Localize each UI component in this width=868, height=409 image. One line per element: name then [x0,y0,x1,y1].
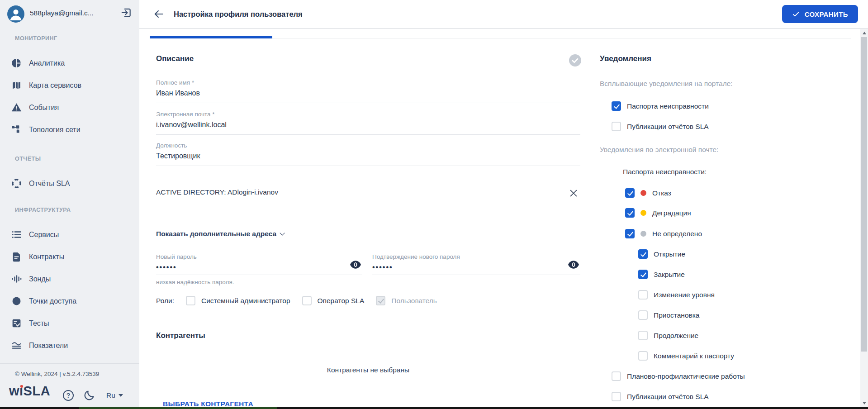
sidebar-item-events[interactable]: События [0,96,139,119]
scroll-up-arrow[interactable] [860,29,868,37]
checkbox-label: Публикации отчётов SLA [627,393,709,401]
full-name-value[interactable]: Иван Иванов [156,89,580,98]
role-checkbox[interactable] [302,296,312,305]
email-notifications-label: Уведомления по электронной почте: [600,146,718,154]
event-row-continue: Продолжение [638,331,698,340]
role-option-user: Пользователь [376,296,437,305]
document-icon [10,251,22,263]
checkbox-label: Деградация [652,209,691,217]
dark-mode-moon-icon[interactable] [83,389,95,401]
screen-bottom-edge [0,407,868,409]
scrollbar[interactable] [860,29,868,407]
list-icon [10,229,22,241]
checkbox[interactable] [638,310,648,320]
show-additional-addresses-label: Показать дополнительные адреса [156,230,276,238]
active-directory-text: ACTIVE DIRECTORY: ADlogin-i.ivanov [156,188,580,196]
checkbox-label: Комментарий к паспорту [654,352,734,360]
role-label: Системный администратор [201,297,290,305]
circle-icon [10,295,22,307]
contractors-empty-text: Контрагенты не выбраны [156,366,580,374]
sidebar-item-label: События [29,104,59,112]
maintenance-row: Планово-профилактические работы [612,371,745,381]
checkbox-label: Закрытие [654,271,685,279]
active-directory-row: ACTIVE DIRECTORY: ADlogin-i.ivanov [156,188,580,196]
save-button[interactable]: СОХРАНИТЬ [782,5,858,23]
checkbox[interactable] [612,392,621,401]
email-field[interactable]: Электронная почта * i.ivanov@wellink.loc… [156,110,580,135]
sidebar-item-service-map[interactable]: Карта сервисов [0,74,139,96]
sidebar-item-label: Отчёты SLA [29,180,70,188]
user-row: 588playa@gmail.c... [0,0,139,25]
checkbox[interactable] [612,371,621,381]
sla-publications-row: Публикации отчётов SLA [612,392,709,401]
avatar[interactable] [7,5,24,23]
description-section-title: Описание [156,54,194,63]
email-value[interactable]: i.ivanov@wellink.local [156,120,580,129]
sidebar: 588playa@gmail.c... МОНИТОРИНГ Аналитика… [0,0,139,407]
scrollbar-thumb[interactable] [861,37,867,352]
role-label: Оператор SLA [318,297,365,305]
checkbox[interactable] [638,290,648,300]
sidebar-item-sla-reports[interactable]: Отчёты SLA [0,172,139,195]
sidebar-item-probes[interactable]: Зонды [0,268,139,290]
checkbox[interactable] [625,229,635,238]
portal-item-row: Публикации отчётов SLA [612,122,709,131]
select-contractor-button[interactable]: ВЫБРАТЬ КОНТРАГЕНТА [163,400,253,407]
checkbox[interactable] [612,101,621,111]
sidebar-item-contracts[interactable]: Контракты [0,246,139,268]
chevron-down-icon [280,230,285,235]
undefined-status-dot [640,231,646,237]
checkbox[interactable] [638,351,648,361]
sidebar-item-tests[interactable]: Тесты [0,312,139,334]
checkbox-label: Отказ [652,189,671,197]
checkbox[interactable] [625,188,635,198]
sidebar-item-analytics[interactable]: Аналитика [0,52,139,74]
confirm-password-field[interactable]: Подтверждение нового пароля •••••• [372,253,580,275]
screen-bottom-edge-segment [79,407,277,409]
check-icon [792,10,800,18]
sidebar-item-access-points[interactable]: Точки доступа [0,290,139,312]
show-additional-addresses-link[interactable]: Показать дополнительные адреса [156,230,283,238]
role-checkbox[interactable] [186,296,195,305]
event-row-open: Открытие [638,249,685,259]
roles-label: Роли: [156,297,174,305]
help-icon[interactable]: ? [63,390,74,401]
passports-group-label: Паспорта неисправности: [623,168,707,176]
waves-icon [10,340,22,352]
role-label: Пользователь [391,297,437,305]
confirm-password-label: Подтверждение нового пароля [372,253,580,261]
show-password-eye-icon[interactable] [350,260,361,269]
profile-form: Описание Полное имя * Иван Иванов Электр… [156,29,580,407]
show-password-eye-icon[interactable] [568,260,579,269]
collapse-sidebar-icon[interactable] [120,7,132,19]
scroll-down-arrow[interactable] [860,399,868,407]
position-field[interactable]: Должность Тестировщик [156,142,580,166]
checkbox[interactable] [638,249,648,259]
new-password-label: Новый пароль [156,253,362,261]
checkbox[interactable] [638,270,648,279]
new-password-field[interactable]: Новый пароль •••••• [156,253,362,275]
checkbox[interactable] [638,331,648,340]
event-row-close: Закрытие [638,270,685,279]
full-name-field[interactable]: Полное имя * Иван Иванов [156,79,580,103]
position-value[interactable]: Тестировщик [156,152,580,161]
back-arrow-icon[interactable] [153,8,165,20]
checkbox[interactable] [625,208,635,218]
sidebar-item-indicators[interactable]: Показатели [0,334,139,357]
degradation-status-dot [640,210,646,216]
sidebar-item-services[interactable]: Сервисы [0,224,139,246]
new-password-value[interactable]: •••••• [156,263,362,271]
sidebar-item-sla[interactable]: SLA [0,357,139,363]
close-icon[interactable] [569,188,579,198]
topbar: Настройка профиля пользователя СОХРАНИТЬ [139,0,868,29]
language-selector[interactable]: Ru [106,391,123,399]
sidebar-item-topology[interactable]: Топология сети [0,119,139,141]
role-checkbox [376,296,385,305]
nav-section-infrastructure: ИНФРАСТРУКТУРА [15,207,139,214]
fail-status-dot [640,190,646,196]
checkbox[interactable] [612,122,621,131]
sidebar-item-label: Контракты [29,253,64,261]
event-row-level-change: Изменение уровня [638,290,715,300]
page-title: Настройка профиля пользователя [174,10,303,19]
confirm-password-value[interactable]: •••••• [372,263,580,271]
